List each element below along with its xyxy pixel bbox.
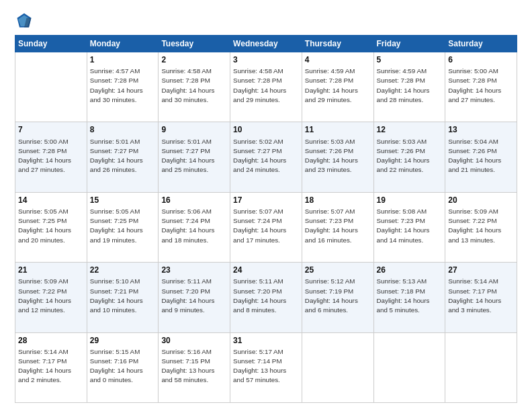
day-info: Sunrise: 5:11 AM Sunset: 7:20 PM Dayligh… [233, 277, 286, 314]
day-info: Sunrise: 5:15 AM Sunset: 7:16 PM Dayligh… [90, 348, 143, 384]
day-info: Sunrise: 5:00 AM Sunset: 7:28 PM Dayligh… [448, 67, 501, 103]
calendar-cell: 27Sunrise: 5:14 AM Sunset: 7:17 PM Dayli… [445, 263, 517, 332]
calendar-cell: 17Sunrise: 5:07 AM Sunset: 7:24 PM Dayli… [230, 192, 302, 262]
day-info: Sunrise: 4:58 AM Sunset: 7:28 PM Dayligh… [233, 67, 286, 103]
day-number: 3 [233, 54, 299, 65]
calendar-cell: 14Sunrise: 5:05 AM Sunset: 7:25 PM Dayli… [15, 192, 87, 262]
day-info: Sunrise: 5:17 AM Sunset: 7:14 PM Dayligh… [233, 348, 286, 384]
calendar-cell: 2Sunrise: 4:58 AM Sunset: 7:28 PM Daylig… [159, 52, 230, 122]
header [15, 12, 517, 31]
calendar-cell: 11Sunrise: 5:03 AM Sunset: 7:26 PM Dayli… [302, 122, 373, 192]
calendar-cell: 7Sunrise: 5:00 AM Sunset: 7:28 PM Daylig… [15, 122, 87, 192]
day-info: Sunrise: 5:12 AM Sunset: 7:19 PM Dayligh… [305, 277, 358, 314]
calendar-cell: 24Sunrise: 5:11 AM Sunset: 7:20 PM Dayli… [230, 263, 302, 332]
day-info: Sunrise: 5:08 AM Sunset: 7:23 PM Dayligh… [377, 208, 430, 244]
day-info: Sunrise: 5:04 AM Sunset: 7:26 PM Dayligh… [448, 138, 501, 174]
day-info: Sunrise: 5:16 AM Sunset: 7:15 PM Dayligh… [161, 348, 214, 384]
day-number: 25 [305, 265, 371, 275]
calendar-cell: 9Sunrise: 5:01 AM Sunset: 7:27 PM Daylig… [159, 122, 230, 192]
day-number: 9 [161, 124, 227, 135]
day-number: 14 [18, 195, 84, 205]
day-number: 20 [448, 195, 514, 205]
day-info: Sunrise: 4:59 AM Sunset: 7:28 PM Dayligh… [377, 67, 430, 103]
calendar-cell: 20Sunrise: 5:09 AM Sunset: 7:22 PM Dayli… [445, 192, 517, 262]
day-number: 5 [377, 54, 443, 65]
calendar-cell: 29Sunrise: 5:15 AM Sunset: 7:16 PM Dayli… [87, 332, 159, 402]
day-info: Sunrise: 5:06 AM Sunset: 7:24 PM Dayligh… [161, 208, 214, 244]
calendar-cell: 23Sunrise: 5:11 AM Sunset: 7:20 PM Dayli… [159, 263, 230, 332]
logo [15, 12, 36, 31]
day-info: Sunrise: 5:14 AM Sunset: 7:17 PM Dayligh… [448, 277, 501, 314]
calendar-cell: 5Sunrise: 4:59 AM Sunset: 7:28 PM Daylig… [373, 52, 445, 122]
calendar-cell: 16Sunrise: 5:06 AM Sunset: 7:24 PM Dayli… [159, 192, 230, 262]
day-number: 22 [90, 265, 156, 275]
day-number: 24 [233, 265, 299, 275]
day-number: 8 [90, 124, 156, 135]
day-info: Sunrise: 5:10 AM Sunset: 7:21 PM Dayligh… [90, 277, 143, 314]
day-number: 18 [305, 195, 371, 205]
calendar-cell: 26Sunrise: 5:13 AM Sunset: 7:18 PM Dayli… [373, 263, 445, 332]
day-number: 16 [161, 195, 227, 205]
calendar-cell: 28Sunrise: 5:14 AM Sunset: 7:17 PM Dayli… [15, 332, 87, 402]
calendar-cell: 30Sunrise: 5:16 AM Sunset: 7:15 PM Dayli… [159, 332, 230, 402]
day-number: 1 [90, 54, 156, 65]
week-row-2: 7Sunrise: 5:00 AM Sunset: 7:28 PM Daylig… [15, 122, 517, 192]
calendar-cell: 13Sunrise: 5:04 AM Sunset: 7:26 PM Dayli… [445, 122, 517, 192]
calendar-cell: 21Sunrise: 5:09 AM Sunset: 7:22 PM Dayli… [15, 263, 87, 332]
day-info: Sunrise: 5:11 AM Sunset: 7:20 PM Dayligh… [161, 277, 214, 314]
day-number: 13 [448, 124, 514, 135]
day-number: 30 [161, 335, 227, 346]
calendar-cell: 8Sunrise: 5:01 AM Sunset: 7:27 PM Daylig… [87, 122, 159, 192]
calendar-table: SundayMondayTuesdayWednesdayThursdayFrid… [15, 35, 517, 403]
calendar-cell [373, 332, 445, 402]
week-row-1: 1Sunrise: 4:57 AM Sunset: 7:28 PM Daylig… [15, 52, 517, 122]
calendar-cell [445, 332, 517, 402]
calendar-cell: 10Sunrise: 5:02 AM Sunset: 7:27 PM Dayli… [230, 122, 302, 192]
calendar-cell [302, 332, 373, 402]
day-number: 6 [448, 54, 514, 65]
day-number: 7 [18, 124, 84, 135]
calendar-cell: 6Sunrise: 5:00 AM Sunset: 7:28 PM Daylig… [445, 52, 517, 122]
weekday-monday: Monday [87, 36, 159, 52]
day-number: 23 [161, 265, 227, 275]
day-info: Sunrise: 5:05 AM Sunset: 7:25 PM Dayligh… [90, 208, 143, 244]
day-number: 26 [377, 265, 443, 275]
page: SundayMondayTuesdayWednesdayThursdayFrid… [0, 0, 532, 411]
weekday-wednesday: Wednesday [230, 36, 302, 52]
day-info: Sunrise: 5:01 AM Sunset: 7:27 PM Dayligh… [161, 138, 214, 174]
day-info: Sunrise: 4:58 AM Sunset: 7:28 PM Dayligh… [161, 67, 214, 103]
day-number: 17 [233, 195, 299, 205]
weekday-friday: Friday [373, 36, 445, 52]
calendar-cell: 3Sunrise: 4:58 AM Sunset: 7:28 PM Daylig… [230, 52, 302, 122]
calendar-cell: 19Sunrise: 5:08 AM Sunset: 7:23 PM Dayli… [373, 192, 445, 262]
weekday-sunday: Sunday [15, 36, 87, 52]
week-row-3: 14Sunrise: 5:05 AM Sunset: 7:25 PM Dayli… [15, 192, 517, 262]
calendar-cell [15, 52, 87, 122]
calendar-cell: 15Sunrise: 5:05 AM Sunset: 7:25 PM Dayli… [87, 192, 159, 262]
day-number: 2 [161, 54, 227, 65]
day-number: 11 [305, 124, 371, 135]
day-number: 15 [90, 195, 156, 205]
week-row-5: 28Sunrise: 5:14 AM Sunset: 7:17 PM Dayli… [15, 332, 517, 402]
day-number: 10 [233, 124, 299, 135]
calendar-cell: 31Sunrise: 5:17 AM Sunset: 7:14 PM Dayli… [230, 332, 302, 402]
calendar-cell: 22Sunrise: 5:10 AM Sunset: 7:21 PM Dayli… [87, 263, 159, 332]
day-info: Sunrise: 5:09 AM Sunset: 7:22 PM Dayligh… [18, 277, 71, 314]
day-number: 21 [18, 265, 84, 275]
day-number: 4 [305, 54, 371, 65]
calendar-cell: 18Sunrise: 5:07 AM Sunset: 7:23 PM Dayli… [302, 192, 373, 262]
calendar-cell: 4Sunrise: 4:59 AM Sunset: 7:28 PM Daylig… [302, 52, 373, 122]
day-number: 27 [448, 265, 514, 275]
weekday-header-row: SundayMondayTuesdayWednesdayThursdayFrid… [15, 36, 517, 52]
day-info: Sunrise: 5:09 AM Sunset: 7:22 PM Dayligh… [448, 208, 501, 244]
weekday-thursday: Thursday [302, 36, 373, 52]
logo-icon [15, 12, 34, 31]
day-info: Sunrise: 5:13 AM Sunset: 7:18 PM Dayligh… [377, 277, 430, 314]
day-info: Sunrise: 5:05 AM Sunset: 7:25 PM Dayligh… [18, 208, 71, 244]
day-info: Sunrise: 4:59 AM Sunset: 7:28 PM Dayligh… [305, 67, 358, 103]
day-info: Sunrise: 5:01 AM Sunset: 7:27 PM Dayligh… [90, 138, 143, 174]
day-number: 19 [377, 195, 443, 205]
day-number: 31 [233, 335, 299, 346]
day-info: Sunrise: 5:03 AM Sunset: 7:26 PM Dayligh… [305, 138, 358, 174]
day-number: 12 [377, 124, 443, 135]
